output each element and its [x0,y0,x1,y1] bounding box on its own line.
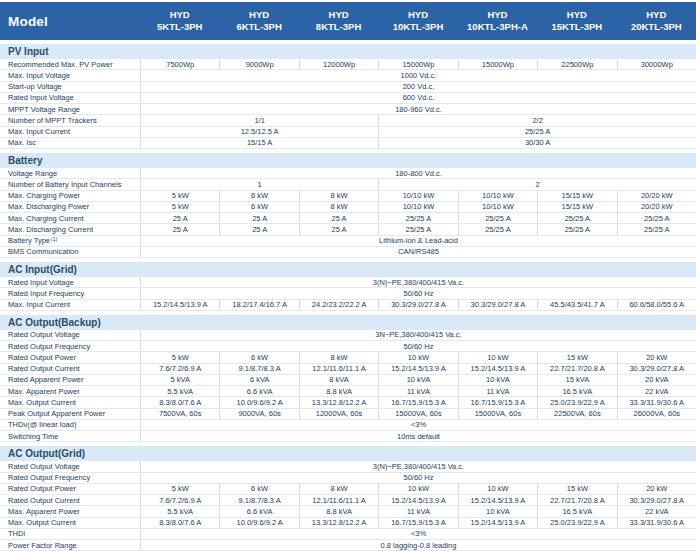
spec-value: 25/25 A [617,224,696,234]
spec-value: 22 kVA [617,386,696,396]
spec-row-mppt-voltage-range: MPPT Voltage Range180-960 Vd.c. [0,104,696,115]
spec-value: 18.2/17.4/16.7 A [219,300,298,310]
spec-value: 15000VA, 60s [378,409,457,419]
spec-value: 1 [140,179,378,189]
row-label: Max. Input Current [0,127,140,137]
column-header-6ktl-3ph: HYD6KTL-3PH [219,9,298,34]
spec-table: Model HYD5KTL-3PHHYD6KTL-3PHHYD8KTL-3PHH… [0,2,696,551]
spec-value: 15.2/14.5/13.9 A [378,364,457,374]
spec-row-max-output-current: Max. Output Current8.3/8.0/7.6 A10.0/9.6… [0,397,696,408]
spec-value: 22500VA, 60s [537,409,616,419]
spec-value: 5.5 kVA [140,386,219,396]
spec-value: 12000VA, 60s [299,409,378,419]
spec-value: CAN/RS485 [140,247,696,257]
spec-row-max-input-current: Max. Input Current12.5/12.5 A25/25 A [0,127,696,138]
section-title-ac-output-grid: AC Output(Grid) [0,446,696,461]
spec-row-max-input-voltage: Max. Input Voltage1000 Vd.c. [0,70,696,81]
spec-value: 22.7/21.7/20.8 A [537,364,616,374]
spec-value: 6.6 kVA [219,386,298,396]
row-label: BMS Communication [0,247,140,257]
spec-value: 8 kW [299,352,378,362]
model-name: 15KTL-3PH [537,21,616,33]
spec-value: 16.7/15.9/15.3 A [458,397,537,407]
spec-value: 11 kVA [378,386,457,396]
model-brand: HYD [299,9,378,21]
spec-value: 25 A [140,224,219,234]
row-label: THDv(@ linear load) [0,420,140,430]
spec-row-max-isc: Max. Isc15/15 A30/30 A [0,138,696,149]
spec-row-start-up-voltage: Start-up Voltage200 Vd.c. [0,82,696,93]
spec-row-number-of-battery-input-channels: Number of Battery Input Channels12 [0,179,696,190]
spec-value: 6 kW [219,202,298,212]
spec-value: 50/60 Hz [140,341,696,351]
spec-value: 22 kVA [617,506,696,516]
spec-row-rated-output-current: Rated Output Current7.6/7.2/6.9 A9.1/8.7… [0,495,696,506]
spec-value: 5 kW [140,191,219,201]
spec-row-max-apparent-power: Max. Apparent Power5.5 kVA6.6 kVA8.8 kVA… [0,506,696,517]
spec-value: 8.8 kVA [299,386,378,396]
spec-value: 180-800 Vd.c. [140,168,696,178]
spec-value: 30/30 A [378,138,696,148]
spec-value: 5 kW [140,352,219,362]
spec-value: 180-960 Vd.c. [140,104,696,114]
spec-value: 22500Wp [537,59,616,69]
spec-row-rated-output-current: Rated Output Current7.6/7.2/6.9 A9.1/8.7… [0,364,696,375]
spec-value: 25/25 A [537,213,616,223]
spec-value: 25/25 A [458,213,537,223]
spec-value: 11 kVA [458,386,537,396]
spec-value: 20 kW [617,484,696,494]
spec-value: 30.3/29.0/27.8 A [617,495,696,505]
section-battery: BatteryVoltage Range180-800 Vd.c.Number … [0,153,696,258]
spec-value: 0.8 lagging-0.8 leading [140,540,696,550]
spec-row-max-charging-power: Max. Charging Power5 kW6 kW8 kW10/10 kW1… [0,191,696,202]
spec-row-peak-output-apparent-power: Peak Output Apparent Power7500VA, 60s900… [0,409,696,420]
spec-value: 12.5/12.5 A [140,127,378,137]
column-header-20ktl-3ph: HYD20KTL-3PH [617,9,696,34]
spec-value: 15000Wp [458,59,537,69]
column-header-8ktl-3ph: HYD8KTL-3PH [299,9,378,34]
spec-value: 200 Vd.c. [140,82,696,92]
row-label: Power Factor Range [0,540,140,550]
spec-value: 16.7/15.9/15.3 A [378,397,457,407]
model-header-cell: Model [0,14,140,29]
spec-row-max-output-current: Max. Output Current8.3/8.0/7.6 A10.0/9.6… [0,518,696,529]
spec-value: 1/1 [140,115,378,125]
spec-value: 15 kW [537,484,616,494]
spec-value: 20 kVA [617,375,696,385]
spec-value: 3N~PE,380/400/415 Va.c. [140,330,696,340]
spec-row-rated-input-voltage: Rated Input Voltage3(N)~PE,380/400/415 V… [0,277,696,288]
spec-value: 10/10 kW [378,202,457,212]
spec-value: 30.3/29.0/27.8 A [458,300,537,310]
spec-value: 25 A [299,213,378,223]
spec-value: 6 kW [219,191,298,201]
row-label: Max. Isc [0,138,140,148]
row-label: Rated Output Current [0,364,140,374]
row-label: Max. Charging Current [0,213,140,223]
spec-row-battery-type: Battery Type(1)Lithium-ion & Lead-acid [0,236,696,247]
row-label: Switching Time [0,431,140,441]
spec-value: 60.6/58.0/55.6 A [617,300,696,310]
spec-row-voltage-range: Voltage Range180-800 Vd.c. [0,168,696,179]
spec-value: 12000Wp [299,59,378,69]
spec-value: 15/15 kW [537,202,616,212]
row-label: Peak Output Apparent Power [0,409,140,419]
row-label: Battery Type(1) [0,236,140,246]
spec-value: 33.3/31.9/30.6 A [617,518,696,528]
spec-value: 10 kVA [458,506,537,516]
spec-value: 10 kVA [378,375,457,385]
spec-value: 25/25 A [378,224,457,234]
spec-value: 12.1/11.6/11.1 A [299,495,378,505]
spec-row-rated-output-voltage: Rated Output Voltage3N~PE,380/400/415 Va… [0,330,696,341]
row-label: Rated Output Power [0,484,140,494]
spec-value: 11 kVA [378,506,457,516]
spec-value: 15.2/14.5/13.9 A [458,495,537,505]
spec-value: 7500VA, 60s [140,409,219,419]
spec-row-rated-input-voltage: Rated Input Voltage600 Vd.c. [0,93,696,104]
row-label: Rated Output Frequency [0,341,140,351]
column-header-10ktl-3ph: HYD10KTL-3PH [378,9,457,34]
spec-value: 15000VA, 60s [458,409,537,419]
spec-value: 10.0/9.6/9.2 A [219,518,298,528]
spec-value: 25/25 A [458,224,537,234]
spec-value: 2/2 [378,115,696,125]
spec-row-max-apparent-power: Max. Apparent Power5.5 kVA6.6 kVA8.8 kVA… [0,386,696,397]
